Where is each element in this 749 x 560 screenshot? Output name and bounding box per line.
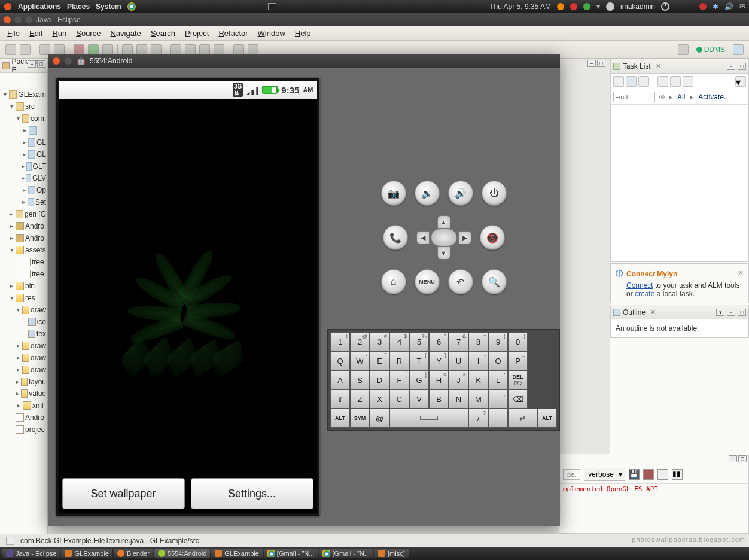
taskbar-item[interactable]: [misc] [374,549,409,558]
activate-link[interactable]: Activate... [698,93,730,101]
maximize-button[interactable]: □ [597,60,605,67]
tree-project-file[interactable]: projec [1,424,46,436]
log-level-select[interactable]: verbose [584,468,625,481]
view-menu-button[interactable]: ▾ [716,309,724,316]
key-q[interactable]: Q [330,351,350,370]
tree-drawable[interactable]: ▸draw [1,340,46,352]
key-sym[interactable]: SYM [350,409,370,428]
minimize-icon[interactable] [14,16,22,23]
tl-menu-button[interactable]: ▾ [735,76,746,87]
tb-button[interactable] [199,44,210,55]
tree-assets[interactable]: ▾assets [1,244,46,256]
chrome-icon[interactable] [127,2,136,11]
home-button[interactable]: ⌂ [381,269,406,294]
key-u[interactable]: U_ [449,351,468,370]
tree-gen[interactable]: ▸gen [G [1,208,46,220]
tb-button[interactable] [248,44,258,55]
key-slash[interactable]: /? [468,409,488,428]
close-tab-icon[interactable]: ✕ [650,308,656,316]
key-k[interactable]: K; [468,370,488,389]
tb-button[interactable] [136,44,147,55]
tl-button[interactable] [670,76,681,87]
set-wallpaper-button[interactable]: Set wallpaper [62,478,185,509]
clear-icon[interactable]: ⊗ [659,92,665,101]
clear-log-button[interactable] [643,469,654,480]
clock[interactable]: Thu Apr 5, 9:35 AM [489,2,551,11]
task-find-input[interactable] [613,92,655,102]
perspective-button[interactable] [678,44,689,55]
key-a[interactable]: A [330,370,350,389]
key-9[interactable]: 9( [488,332,508,351]
key-w[interactable]: W~ [350,351,370,370]
key-6[interactable]: 6^ [429,332,449,351]
tree-src[interactable]: ▾src [1,101,46,112]
menu-navigate[interactable]: Navigate [106,28,144,39]
tb-button[interactable] [54,44,65,55]
taskbar-item[interactable]: Java - Eclipse [2,549,60,558]
tb-button[interactable] [185,44,196,55]
tree-res[interactable]: ▾res [1,292,46,304]
menu-source[interactable]: Source [72,28,104,39]
ddms-perspective[interactable]: DDMS [693,44,729,55]
key-d[interactable]: D [370,370,389,389]
taskbar-item[interactable]: GLExample [211,549,262,558]
taskbar-item[interactable]: [Gmail - "N... [264,549,318,558]
ubuntu-logo-icon[interactable] [4,2,12,11]
user-icon[interactable] [606,2,614,11]
menu-refactor[interactable]: Refactor [215,28,251,39]
volume-icon[interactable]: 🔊 [724,2,733,11]
tree-file[interactable]: ▸Op [1,184,46,196]
key-4[interactable]: 4$ [389,332,409,351]
menu-places[interactable]: Places [67,2,90,11]
maximize-button[interactable]: □ [738,455,747,462]
settings-button[interactable]: Settings... [191,478,313,509]
minimize-button[interactable]: − [727,63,735,70]
tree-file[interactable]: ▸GLT [1,160,46,172]
tray-shutdown-icon[interactable] [699,3,707,10]
debug-button[interactable] [74,44,84,55]
dpad-center[interactable] [431,229,457,246]
key-s[interactable]: S [350,370,370,389]
close-tab-icon[interactable]: ✕ [656,62,661,70]
tb-button[interactable] [102,44,113,55]
menu-project[interactable]: Project [181,28,212,39]
back-button[interactable]: ↶ [448,269,473,294]
key-j[interactable]: J> [449,370,468,389]
taskbar-item[interactable]: Blender [114,549,153,558]
tree-file[interactable]: ▸GLV [1,172,46,184]
key-o[interactable]: O+ [488,351,508,370]
key-5[interactable]: 5% [409,332,429,351]
key-l[interactable]: L: [488,370,508,389]
dpad-down[interactable]: ▼ [437,246,450,260]
minimize-button[interactable]: − [587,60,596,67]
call-button[interactable]: 📞 [383,225,408,250]
key-p[interactable]: P= [508,351,528,370]
tree-drawable[interactable]: ▸draw [1,352,46,364]
close-icon[interactable]: ✕ [738,269,744,279]
screencast-icon[interactable] [268,3,276,10]
tb-button[interactable] [233,44,244,55]
tree-manifest[interactable]: Andro [1,412,46,424]
android-status-bar[interactable]: 3G⇅ 9:35 AM [59,81,317,99]
key-enter[interactable]: ↵ [508,409,537,428]
key-space[interactable] [389,409,468,428]
key-3[interactable]: 3# [370,332,389,351]
bluetooth-icon[interactable]: ✱ [713,2,718,11]
dpad-right[interactable]: ▶ [458,231,471,244]
tray-icon[interactable] [583,3,590,10]
key-7[interactable]: 7& [449,332,468,351]
tree-file[interactable]: ▸Set [1,196,46,208]
maximize-button[interactable]: □ [738,63,746,70]
menu-search[interactable]: Search [147,28,179,39]
key-b[interactable]: B [429,389,449,409]
menu-file[interactable]: File [4,28,23,39]
tray-icon[interactable] [570,3,577,10]
key-alt-right[interactable]: ALT [537,409,557,428]
tb-button[interactable] [170,44,181,55]
wallpaper-preview[interactable] [59,99,317,474]
menu-run[interactable]: Run [48,28,70,39]
search-button[interactable]: 🔍 [482,269,507,294]
key-0[interactable]: 0) [508,332,528,351]
key-x[interactable]: X [370,389,389,409]
key-1[interactable]: 1! [330,332,350,351]
